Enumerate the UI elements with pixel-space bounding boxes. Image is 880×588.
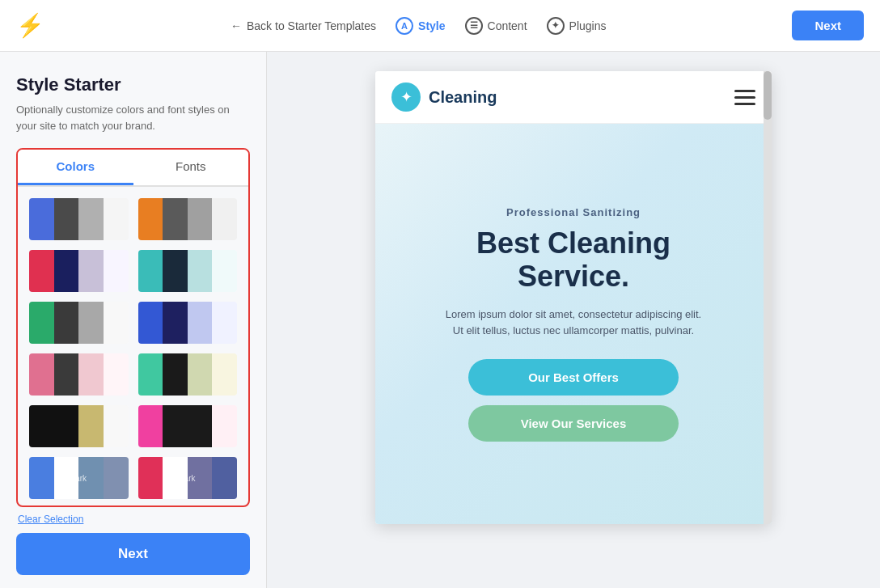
plugins-step-icon: ✦ — [547, 17, 565, 35]
nav-step-style[interactable]: A Style — [396, 17, 445, 35]
preview-offers-button[interactable]: Our Best Offers — [468, 359, 679, 396]
preview-subtitle: Professional Sanitizing — [506, 206, 641, 218]
preview-services-button[interactable]: View Our Services — [468, 405, 679, 442]
content-step-label: Content — [488, 19, 527, 32]
sidebar-next-button[interactable]: Next — [16, 533, 250, 575]
nav-step-content[interactable]: ☰ Content — [465, 17, 527, 35]
sidebar-title: Style Starter — [16, 74, 250, 95]
palette-swatch-10[interactable] — [137, 404, 239, 449]
logo-icon: ⚡ — [16, 12, 44, 39]
preview-scrollbar[interactable] — [764, 71, 772, 524]
main-content: Style Starter Optionally customize color… — [0, 52, 880, 588]
palette-swatch-7[interactable] — [28, 352, 130, 397]
style-step-icon: A — [396, 17, 413, 35]
content-step-icon: ☰ — [465, 17, 483, 35]
sidebar-description: Optionally customize colors and font sty… — [16, 102, 250, 133]
palette-swatch-dark-2[interactable]: dark — [137, 455, 239, 501]
header-nav: ← Back to Starter Templates A Style ☰ Co… — [231, 17, 606, 35]
header-next-button[interactable]: Next — [792, 11, 864, 40]
palette-swatch-3[interactable] — [28, 248, 130, 294]
back-label: Back to Starter Templates — [247, 19, 376, 32]
palette-swatch-4[interactable] — [137, 248, 239, 294]
tab-fonts[interactable]: Fonts — [133, 150, 249, 185]
palette-swatch-1[interactable] — [28, 197, 130, 242]
back-to-templates-link[interactable]: ← Back to Starter Templates — [231, 19, 376, 32]
preview-logo-text: Cleaning — [429, 88, 497, 107]
preview-hamburger-icon — [734, 90, 755, 105]
nav-step-plugins[interactable]: ✦ Plugins — [547, 17, 607, 35]
palette-swatch-2[interactable] — [137, 197, 239, 242]
preview-frame: ✦ Cleaning Professional Sanitizing Best … — [375, 71, 772, 524]
color-palette-grid: dark dark — [18, 187, 248, 506]
header: ⚡ ← Back to Starter Templates A Style ☰ … — [0, 0, 880, 52]
style-step-label: Style — [418, 19, 445, 32]
palette-swatch-5[interactable] — [28, 300, 130, 345]
tab-colors[interactable]: Colors — [18, 150, 133, 185]
style-panel: Colors Fonts — [16, 148, 250, 507]
back-arrow-icon: ← — [231, 19, 242, 32]
preview-heading: Best CleaningService. — [476, 226, 671, 294]
palette-swatch-dark-1[interactable]: dark — [28, 455, 130, 501]
preview-logo-icon: ✦ — [391, 82, 421, 112]
preview-nav: ✦ Cleaning — [375, 71, 772, 124]
sidebar: Style Starter Optionally customize color… — [0, 52, 267, 588]
preview-area: ✦ Cleaning Professional Sanitizing Best … — [267, 52, 880, 588]
preview-hero: Professional Sanitizing Best CleaningSer… — [375, 124, 772, 524]
palette-swatch-8[interactable] — [137, 352, 239, 397]
preview-body: Lorem ipsum dolor sit amet, consectetur … — [446, 307, 701, 341]
palette-swatch-9[interactable] — [28, 404, 130, 449]
clear-selection-link[interactable]: Clear Selection — [18, 514, 250, 525]
palette-swatch-6[interactable] — [137, 300, 239, 345]
plugins-step-label: Plugins — [569, 19, 607, 32]
tabs-header: Colors Fonts — [18, 150, 248, 187]
scrollbar-thumb — [764, 71, 772, 120]
